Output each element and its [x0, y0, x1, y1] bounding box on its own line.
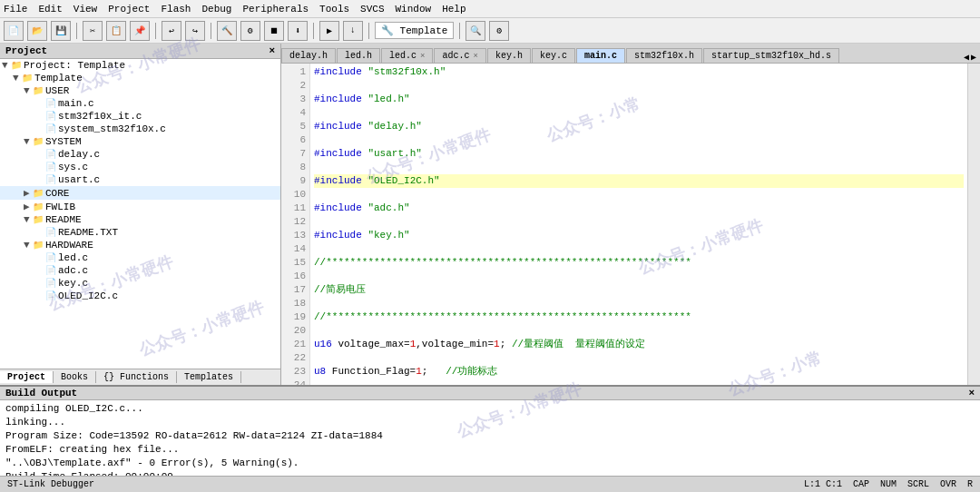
expand-icon: ▼	[13, 73, 22, 84]
tree-label: HARDWARE	[45, 240, 93, 251]
menu-flash[interactable]: Flash	[161, 4, 191, 15]
tree-item-usart-c[interactable]: 📄 usart.c	[0, 173, 280, 186]
expand-icon	[36, 290, 45, 301]
tree-item-project-template[interactable]: ▼ 📁 Project: Template	[0, 59, 280, 72]
cut-button[interactable]: ✂	[83, 21, 103, 41]
tab-close-adc-c[interactable]: ×	[473, 52, 477, 61]
tree-item-stm32f10x-it-c[interactable]: 📄 stm32f10x_it.c	[0, 110, 280, 123]
menu-file[interactable]: File	[4, 4, 27, 15]
build-line-1: compiling OLED_I2C.c...	[5, 402, 975, 416]
debug-step-button[interactable]: ↓	[343, 21, 363, 41]
tab-key-h[interactable]: key.h	[487, 48, 531, 63]
tree-item-delay-c[interactable]: 📄 delay.c	[0, 148, 280, 161]
tree-item-readme-txt[interactable]: 📄 README.TXT	[0, 226, 280, 239]
tree-item-readme[interactable]: ▼ 📁 README	[0, 213, 280, 226]
build-button[interactable]: 🔨	[217, 21, 237, 41]
tab-startup-s[interactable]: startup_stm32f10x_hd.s	[703, 48, 839, 63]
tree-item-user[interactable]: ▼ 📁 USER	[0, 84, 280, 97]
tree-item-core[interactable]: ▶ 📁 CORE	[0, 186, 280, 200]
folder-icon: 📁	[33, 202, 44, 212]
build-line-3: Program Size: Code=13592 RO-data=2612 RW…	[5, 429, 975, 443]
tree-label: USER	[45, 85, 69, 96]
file-icon: 📄	[45, 162, 56, 172]
tab-led-h[interactable]: led.h	[337, 48, 380, 63]
statusbar-right: L:1 C:1 CAP NUM SCRL OVR R	[804, 479, 973, 489]
expand-icon	[36, 98, 45, 109]
vertical-scrollbar[interactable]	[967, 64, 980, 385]
editor-tabs-bar: delay.h led.h led.c × adc.c × key.h key.…	[281, 44, 980, 64]
tree-item-sys-c[interactable]: 📄 sys.c	[0, 161, 280, 173]
build-line-2: linking...	[5, 416, 975, 429]
folder-icon: 📁	[22, 73, 33, 84]
menu-debug[interactable]: Debug	[201, 4, 231, 15]
new-button[interactable]: 📄	[4, 21, 24, 41]
tab-led-c[interactable]: led.c ×	[381, 48, 433, 63]
tab-key-c[interactable]: key.c	[532, 48, 575, 63]
download-button[interactable]: ⬇	[288, 21, 308, 41]
debug-start-button[interactable]: ▶	[319, 21, 339, 41]
menu-view[interactable]: View	[74, 4, 97, 15]
find-button[interactable]: 🔍	[466, 21, 485, 41]
build-output-close[interactable]: ×	[968, 388, 975, 399]
build-output-title: Build Output	[5, 388, 77, 399]
menu-svcs[interactable]: SVCS	[360, 4, 384, 15]
tree-item-main-c[interactable]: 📄 main.c	[0, 97, 280, 110]
template-selector[interactable]: 🔧 Template	[375, 22, 454, 39]
tab-project[interactable]: Project	[0, 371, 54, 383]
project-close-button[interactable]: ×	[269, 45, 275, 56]
tree-item-system[interactable]: ▼ 📁 SYSTEM	[0, 135, 280, 148]
tab-stm32f10x-h[interactable]: stm32f10x.h	[626, 48, 702, 63]
tree-item-hardware[interactable]: ▼ 📁 HARDWARE	[0, 239, 280, 251]
template-label: Template	[400, 25, 448, 36]
menu-peripherals[interactable]: Peripherals	[242, 4, 309, 15]
copy-button[interactable]: 📋	[106, 21, 126, 41]
tab-scroll-right[interactable]: ▶	[971, 52, 976, 63]
menu-project[interactable]: Project	[108, 4, 150, 15]
tree-item-system-c[interactable]: 📄 system_stm32f10x.c	[0, 123, 280, 135]
tab-functions[interactable]: {} Functions	[96, 371, 177, 383]
redo-button[interactable]: ↪	[185, 21, 205, 41]
tree-item-template[interactable]: ▼ 📁 Template	[0, 72, 280, 84]
tree-item-fwlib[interactable]: ▶ 📁 FWLIB	[0, 200, 280, 213]
toolbar-separator-5	[368, 23, 369, 39]
project-tree: ▼ 📁 Project: Template ▼ 📁 Template ▼ 📁 U…	[0, 59, 280, 369]
project-tabs: Project Books {} Functions Templates	[0, 369, 280, 385]
tree-label: system_stm32f10x.c	[58, 123, 166, 134]
tab-templates[interactable]: Templates	[177, 371, 241, 383]
tab-adc-c[interactable]: adc.c ×	[434, 48, 485, 63]
tab-delay-h[interactable]: delay.h	[281, 48, 336, 63]
file-icon: 📄	[45, 227, 56, 238]
tree-label: led.c	[58, 252, 88, 263]
menu-tools[interactable]: Tools	[319, 4, 349, 15]
rebuild-button[interactable]: ⚙	[240, 21, 260, 41]
tab-close-led-c[interactable]: ×	[420, 52, 425, 61]
file-icon: 📄	[45, 98, 56, 109]
undo-button[interactable]: ↩	[162, 21, 181, 41]
tree-item-oled-c[interactable]: 📄 OLED_I2C.c	[0, 290, 280, 302]
expand-icon	[36, 252, 45, 263]
save-button[interactable]: 💾	[51, 21, 71, 41]
toolbar-separator-6	[459, 23, 460, 39]
expand-icon: ▶	[24, 201, 33, 212]
tab-books[interactable]: Books	[54, 371, 96, 383]
menu-help[interactable]: Help	[442, 4, 466, 15]
menu-window[interactable]: Window	[396, 4, 432, 15]
settings-button[interactable]: ⚙	[489, 21, 509, 41]
open-button[interactable]: 📂	[27, 21, 47, 41]
file-icon: 📄	[45, 149, 56, 160]
menu-edit[interactable]: Edit	[38, 4, 62, 15]
code-editor[interactable]: #include "stm32f10x.h" #include "led.h" …	[310, 64, 967, 385]
tree-label: key.c	[58, 278, 88, 289]
expand-icon: ▼	[24, 214, 33, 225]
tab-main-c[interactable]: main.c	[576, 48, 625, 63]
tree-item-adc-c[interactable]: 📄 adc.c	[0, 264, 280, 277]
paste-button[interactable]: 📌	[130, 21, 150, 41]
tab-scroll-left[interactable]: ◀	[964, 52, 969, 63]
tree-label: delay.c	[58, 149, 100, 160]
tree-item-key-c[interactable]: 📄 key.c	[0, 277, 280, 290]
tree-item-led-c[interactable]: 📄 led.c	[0, 251, 280, 264]
tree-label: Template	[34, 73, 83, 84]
project-panel-header: Project ×	[0, 44, 280, 59]
project-panel: Project × ▼ 📁 Project: Template ▼ 📁 Temp…	[0, 44, 281, 385]
stop-button[interactable]: ⏹	[264, 21, 284, 41]
